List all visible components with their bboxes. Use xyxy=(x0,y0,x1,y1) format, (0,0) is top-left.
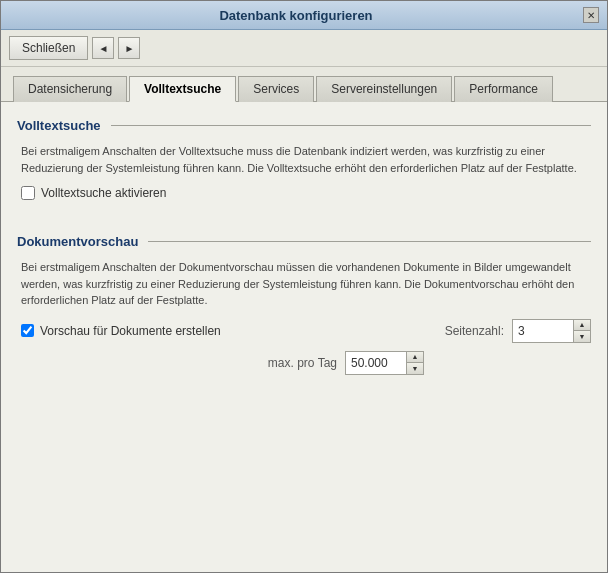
seitenzahl-label: Seitenzahl: xyxy=(414,324,504,338)
maxprotag-input[interactable] xyxy=(346,353,406,373)
seitenzahl-down-button[interactable]: ▼ xyxy=(574,331,590,342)
prev-icon: ◄ xyxy=(98,43,108,54)
volltextsuche-divider xyxy=(111,125,591,126)
seitenzahl-spinner-buttons: ▲ ▼ xyxy=(573,320,590,342)
volltextsuche-checkbox-label[interactable]: Volltextsuche aktivieren xyxy=(41,186,166,200)
seitenzahl-spinner: ▲ ▼ xyxy=(512,319,591,343)
dokumentvorschau-checkbox-label[interactable]: Vorschau für Dokumente erstellen xyxy=(40,324,221,338)
dokumentvorschau-checkbox[interactable] xyxy=(21,324,34,337)
close-button[interactable]: Schließen xyxy=(9,36,88,60)
title-bar: Datenbank konfigurieren ✕ xyxy=(1,1,607,30)
volltextsuche-checkbox-row: Volltextsuche aktivieren xyxy=(21,186,591,200)
seitenzahl-up-button[interactable]: ▲ xyxy=(574,320,590,331)
dokumentvorschau-title: Dokumentvorschau xyxy=(17,234,138,249)
tab-performance[interactable]: Performance xyxy=(454,76,553,102)
dokumentvorschau-checkbox-row: Vorschau für Dokumente erstellen Seitenz… xyxy=(21,319,591,343)
dokumentvorschau-desc: Bei erstmaligem Anschalten der Dokumentv… xyxy=(17,259,591,309)
prev-button[interactable]: ◄ xyxy=(92,37,114,59)
volltextsuche-header: Volltextsuche xyxy=(17,118,591,133)
next-button[interactable]: ► xyxy=(118,37,140,59)
tab-datensicherung[interactable]: Datensicherung xyxy=(13,76,127,102)
dokumentvorschau-divider xyxy=(148,241,591,242)
next-icon: ► xyxy=(124,43,134,54)
maxprotag-up-button[interactable]: ▲ xyxy=(407,352,423,363)
volltextsuche-checkbox[interactable] xyxy=(21,186,35,200)
close-icon[interactable]: ✕ xyxy=(583,7,599,23)
toolbar: Schließen ◄ ► xyxy=(1,30,607,67)
dialog-title: Datenbank konfigurieren xyxy=(9,8,583,23)
maxprotag-row: max. pro Tag ▲ ▼ xyxy=(247,351,591,375)
tab-services[interactable]: Services xyxy=(238,76,314,102)
dialog: Datenbank konfigurieren ✕ Schließen ◄ ► … xyxy=(0,0,608,573)
content-area: Volltextsuche Bei erstmaligem Anschalten… xyxy=(1,102,607,572)
spacer xyxy=(17,204,591,234)
maxprotag-spinner: ▲ ▼ xyxy=(345,351,424,375)
tabs-row: Datensicherung Volltextsuche Services Se… xyxy=(1,67,607,102)
tab-servereinstellungen[interactable]: Servereinstellungen xyxy=(316,76,452,102)
tab-volltextsuche[interactable]: Volltextsuche xyxy=(129,76,236,102)
maxprotag-label: max. pro Tag xyxy=(247,356,337,370)
maxprotag-down-button[interactable]: ▼ xyxy=(407,363,423,374)
volltextsuche-title: Volltextsuche xyxy=(17,118,101,133)
volltextsuche-desc: Bei erstmaligem Anschalten der Volltexts… xyxy=(17,143,591,176)
dokumentvorschau-header: Dokumentvorschau xyxy=(17,234,591,249)
maxprotag-spinner-buttons: ▲ ▼ xyxy=(406,352,423,374)
seitenzahl-input[interactable] xyxy=(513,321,573,341)
